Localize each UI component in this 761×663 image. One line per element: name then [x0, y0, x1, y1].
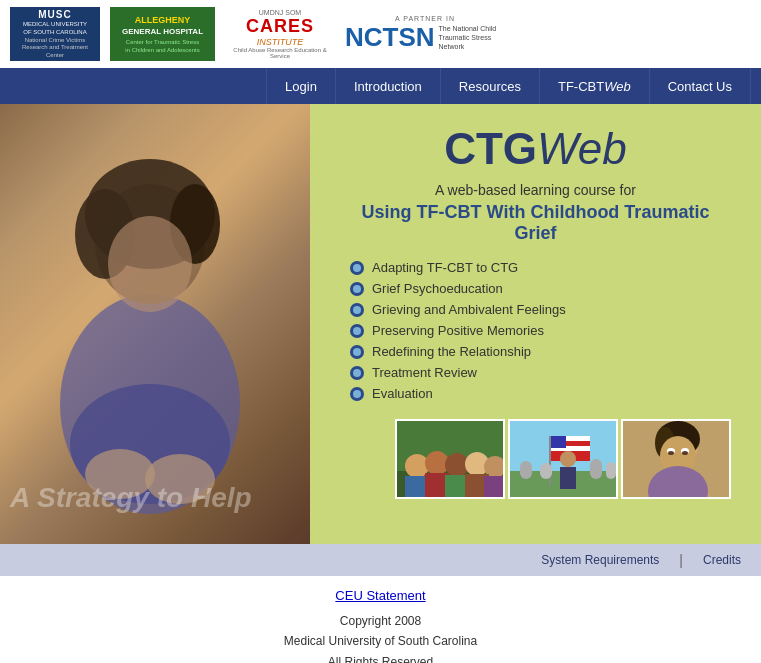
allegheny-title: ALLEGHENY	[116, 14, 209, 27]
svg-rect-26	[550, 436, 566, 448]
footer-separator: |	[679, 552, 683, 568]
bullet-icon	[350, 366, 364, 380]
course-item-2: Grief Psychoeducation	[372, 281, 503, 296]
ctg-subtitle: A web-based learning course for	[340, 182, 731, 198]
allegheny-logo: ALLEGHENY GENERAL HOSPITAL Center for Tr…	[110, 7, 215, 61]
musc-line2: OF SOUTH CAROLINA	[16, 29, 94, 37]
cares-institute: INSTITUTE	[257, 37, 304, 47]
nav-introduction[interactable]: Introduction	[336, 68, 441, 104]
system-requirements-link[interactable]: System Requirements	[541, 553, 659, 567]
ctg-main-text: CTG	[444, 124, 537, 173]
header-logos: MUSC MEDICAL UNIVERSITY OF SOUTH CAROLIN…	[0, 0, 761, 68]
musc-sub: National Crime Victims Research and Trea…	[16, 37, 94, 60]
copyright-text: Copyright 2008 Medical University of Sou…	[0, 611, 761, 663]
bullet-icon	[350, 324, 364, 338]
musc-logo: MUSC MEDICAL UNIVERSITY OF SOUTH CAROLIN…	[10, 7, 100, 61]
bullet-icon	[350, 261, 364, 275]
copyright-line1: Copyright 2008	[0, 611, 761, 631]
cares-desc: Child Abuse Research Education & Service	[225, 47, 335, 59]
photo-thumb-girl	[621, 419, 731, 499]
course-item-7: Evaluation	[372, 386, 433, 401]
bottom-footer: CEU Statement Copyright 2008 Medical Uni…	[0, 576, 761, 663]
svg-rect-30	[590, 459, 602, 479]
svg-point-6	[108, 216, 192, 312]
allegheny-line3: in Children and Adolescents	[116, 46, 209, 54]
left-photo: A Strategy to Help	[0, 104, 310, 544]
child-silhouette	[20, 124, 280, 524]
list-item: Adapting TF-CBT to CTG	[350, 260, 731, 275]
course-item-5: Redefining the Relationship	[372, 344, 531, 359]
nctsn-text: NCTSN	[345, 22, 435, 53]
svg-rect-20	[484, 476, 505, 499]
nav-login[interactable]: Login	[266, 68, 336, 104]
ceu-statement-link[interactable]: CEU Statement	[0, 588, 761, 603]
bullet-icon	[350, 345, 364, 359]
right-content: CTGWeb A web-based learning course for U…	[310, 104, 761, 544]
bullet-icon	[350, 303, 364, 317]
cares-umdnj: UMDNJ SOM	[259, 9, 301, 16]
list-item: Redefining the Relationship	[350, 344, 731, 359]
svg-point-44	[682, 451, 688, 455]
course-item-1: Adapting TF-CBT to CTG	[372, 260, 518, 275]
svg-point-32	[560, 451, 576, 467]
child-photo-bg: A Strategy to Help	[0, 104, 310, 544]
musc-title: MUSC	[16, 8, 94, 21]
nctsn-partner: A PARTNER IN	[395, 15, 455, 22]
allegheny-line1: GENERAL HOSPITAL	[116, 26, 209, 37]
ctg-title: CTGWeb	[340, 124, 731, 174]
footer-bar: System Requirements | Credits	[0, 544, 761, 576]
bottom-photos	[340, 419, 731, 499]
svg-rect-31	[606, 462, 616, 479]
list-item: Grieving and Ambivalent Feelings	[350, 302, 731, 317]
ctg-web-text: Web	[537, 124, 627, 173]
list-item: Treatment Review	[350, 365, 731, 380]
allegheny-line2: Center for Traumatic Stress	[116, 38, 209, 46]
course-list: Adapting TF-CBT to CTG Grief Psychoeduca…	[350, 260, 731, 407]
nav-tfcbt-italic: Web	[604, 79, 631, 94]
ctg-using: Using TF-CBT With Childhood Traumatic Gr…	[340, 202, 731, 244]
nctsn-logo: A PARTNER IN NCTSN The National Child Tr…	[345, 7, 505, 61]
svg-point-43	[668, 451, 674, 455]
copyright-line2: Medical University of South Carolina	[0, 631, 761, 651]
credits-link[interactable]: Credits	[703, 553, 741, 567]
nav-contact[interactable]: Contact Us	[650, 68, 751, 104]
nav-tfcbt[interactable]: TF-CBTWeb	[540, 68, 650, 104]
bullet-icon	[350, 282, 364, 296]
nctsn-sub: The National Child Traumatic Stress Netw…	[439, 24, 505, 51]
photo-thumb-kids	[395, 419, 505, 499]
course-item-3: Grieving and Ambivalent Feelings	[372, 302, 566, 317]
strategy-text: A Strategy to Help	[10, 482, 252, 514]
nctsn-main: NCTSN The National Child Traumatic Stres…	[345, 22, 505, 53]
photo-thumb-flag	[508, 419, 618, 499]
copyright-line3: All Rights Reserved	[0, 652, 761, 663]
list-item: Preserving Positive Memories	[350, 323, 731, 338]
svg-rect-33	[560, 467, 576, 489]
cares-main: CARES	[246, 16, 314, 37]
bullet-icon	[350, 387, 364, 401]
svg-rect-28	[520, 461, 532, 479]
nav-bar: Login Introduction Resources TF-CBTWeb C…	[0, 68, 761, 104]
course-item-6: Treatment Review	[372, 365, 477, 380]
svg-rect-29	[540, 463, 552, 479]
cares-logo: UMDNJ SOM CARES INSTITUTE Child Abuse Re…	[225, 7, 335, 61]
main-area: A Strategy to Help CTGWeb A web-based le…	[0, 104, 761, 544]
course-item-4: Preserving Positive Memories	[372, 323, 544, 338]
nav-resources[interactable]: Resources	[441, 68, 540, 104]
cares-brand: CARES	[246, 16, 314, 37]
list-item: Evaluation	[350, 386, 731, 401]
list-item: Grief Psychoeducation	[350, 281, 731, 296]
musc-line1: MEDICAL UNIVERSITY	[16, 21, 94, 29]
